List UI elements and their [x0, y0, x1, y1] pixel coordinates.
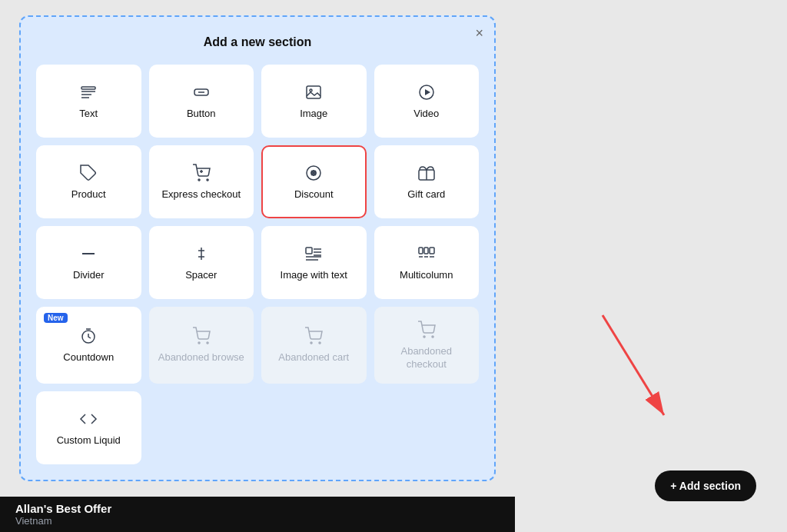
svg-point-39 — [310, 342, 312, 344]
tile-button[interactable]: Button — [149, 65, 254, 138]
page-wrapper: Add a new section × Text — [0, 0, 787, 532]
tile-discount[interactable]: Discount — [261, 145, 367, 218]
svg-point-41 — [423, 336, 425, 337]
tile-gift-card[interactable]: Gift card — [374, 145, 480, 218]
tile-product-label: Product — [71, 188, 106, 201]
svg-point-7 — [310, 89, 312, 91]
express-checkout-icon — [192, 164, 211, 182]
svg-rect-23 — [306, 248, 312, 254]
add-section-button[interactable]: + Add section — [655, 470, 756, 501]
tile-image-with-text[interactable]: Image with text — [261, 226, 367, 299]
dialog-area: Add a new section × Text — [0, 0, 515, 497]
tile-grid: Text Button — [36, 65, 479, 464]
tile-video[interactable]: Video — [374, 65, 480, 138]
right-panel: + Add section — [515, 0, 787, 532]
button-icon — [192, 83, 211, 101]
svg-rect-6 — [307, 86, 320, 98]
tile-discount-label: Discount — [294, 188, 334, 201]
tile-gift-card-label: Gift card — [407, 188, 445, 201]
countdown-icon — [79, 327, 98, 345]
svg-line-44 — [603, 315, 664, 415]
svg-marker-9 — [425, 89, 430, 95]
tile-abandoned-checkout-label: Abandoned checkout — [382, 345, 472, 371]
tile-abandoned-browse: Abandoned browse — [149, 307, 254, 384]
tile-image-with-text-label: Image with text — [281, 269, 347, 282]
gift-card-icon — [417, 164, 436, 182]
arrow-indicator — [595, 308, 687, 431]
tile-abandoned-checkout: Abandoned checkout — [374, 307, 480, 384]
tile-product[interactable]: Product — [36, 145, 141, 218]
tile-image[interactable]: Image — [261, 65, 367, 138]
tile-countdown-label: Countdown — [63, 351, 114, 364]
tile-express-checkout[interactable]: Express checkout — [149, 145, 254, 218]
tile-express-checkout-label: Express checkout — [161, 188, 241, 201]
abandoned-checkout-icon — [417, 321, 436, 339]
left-panel: Add a new section × Text — [0, 0, 515, 532]
tile-spacer[interactable]: Spacer — [149, 226, 254, 299]
tile-text-label: Text — [79, 108, 98, 121]
modal-title: Add a new section — [36, 35, 479, 49]
tile-countdown[interactable]: New Countdown — [36, 307, 141, 384]
spacer-icon — [192, 244, 211, 263]
svg-point-37 — [198, 342, 200, 344]
svg-rect-0 — [81, 87, 95, 89]
bottom-bar: Allan's Best Offer Vietnam — [0, 497, 515, 532]
tile-video-label: Video — [413, 108, 439, 121]
tile-abandoned-cart: Abandoned cart — [261, 307, 367, 384]
add-section-modal: Add a new section × Text — [19, 15, 496, 481]
bottom-bar-subtitle: Vietnam — [15, 515, 111, 527]
video-icon — [417, 83, 436, 101]
tile-divider[interactable]: Divider — [36, 226, 141, 299]
abandoned-browse-icon — [192, 327, 211, 345]
close-button[interactable]: × — [475, 26, 483, 40]
abandoned-cart-icon — [304, 327, 323, 345]
svg-rect-29 — [419, 248, 423, 254]
divider-icon — [79, 244, 98, 263]
tile-spacer-label: Spacer — [185, 269, 217, 282]
svg-point-12 — [207, 179, 208, 181]
tile-abandoned-cart-label: Abandoned cart — [278, 351, 349, 364]
tile-custom-liquid[interactable]: Custom Liquid — [36, 391, 141, 464]
svg-rect-30 — [424, 248, 428, 254]
image-icon — [304, 83, 323, 101]
image-with-text-icon — [304, 244, 323, 263]
tile-button-label: Button — [187, 108, 216, 121]
product-icon — [79, 164, 98, 182]
tile-custom-liquid-label: Custom Liquid — [57, 434, 121, 447]
svg-point-11 — [198, 179, 200, 181]
discount-icon — [304, 164, 323, 182]
bottom-bar-title: Allan's Best Offer — [15, 502, 111, 515]
text-icon — [79, 83, 98, 101]
svg-rect-31 — [430, 248, 434, 254]
svg-point-40 — [319, 342, 320, 344]
tile-divider-label: Divider — [73, 269, 104, 282]
bottom-bar-info: Allan's Best Offer Vietnam — [15, 502, 111, 527]
svg-point-42 — [432, 336, 433, 337]
custom-liquid-icon — [79, 410, 98, 428]
multicolumn-icon — [417, 244, 436, 263]
tile-abandoned-browse-label: Abandoned browse — [158, 351, 244, 364]
tile-multicolumn-label: Multicolumn — [400, 269, 453, 282]
tile-text[interactable]: Text — [36, 65, 141, 138]
new-badge: New — [44, 313, 68, 323]
svg-point-38 — [207, 342, 208, 344]
tile-multicolumn[interactable]: Multicolumn — [374, 226, 480, 299]
tile-image-label: Image — [300, 108, 327, 121]
